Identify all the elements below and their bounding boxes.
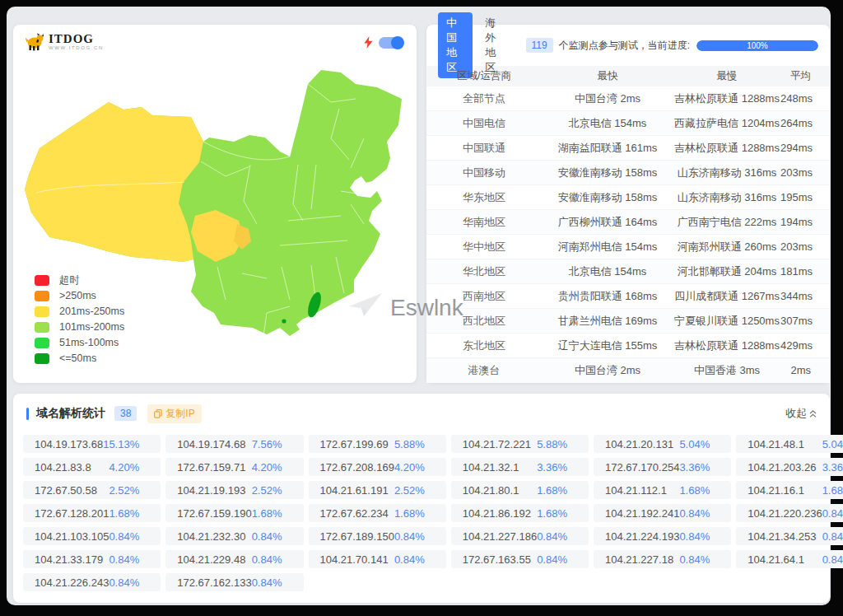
table-row[interactable]: 华北地区 北京电信 154ms 河北邯郸联通 204ms 181ms [426, 259, 830, 284]
table-row[interactable]: 全部节点 中国台湾 2ms 吉林松原联通 1288ms 248ms [426, 86, 830, 111]
ip-percentage: 0.84% [822, 553, 843, 566]
table-row[interactable]: 西北地区 甘肃兰州电信 169ms 宁夏银川联通 1250ms 307ms [426, 309, 830, 334]
cell-slowest: 广西南宁电信 222ms [673, 210, 780, 234]
ip-address: 104.21.16.1 [748, 484, 804, 497]
ip-entry[interactable]: 172.67.128.201 1.68% [23, 504, 161, 522]
ip-entry[interactable]: 172.67.208.169 4.20% [309, 458, 446, 476]
ip-entry[interactable]: 104.21.226.243 0.84% [23, 573, 161, 591]
cell-fastest: 北京电信 154ms [542, 111, 673, 135]
table-row[interactable]: 中国移动 安徽淮南移动 158ms 山东济南移动 316ms 203ms [426, 161, 830, 185]
ip-entry[interactable]: 172.67.159.190 1.68% [165, 504, 303, 522]
ip-entry[interactable]: 104.21.80.1 1.68% [451, 481, 589, 499]
ip-entry[interactable]: 104.21.33.179 0.84% [23, 550, 161, 568]
ip-entry[interactable]: 104.21.227.186 0.84% [451, 527, 589, 545]
ip-percentage: 2.52% [394, 484, 425, 497]
ip-percentage: 0.84% [252, 576, 282, 589]
table-row[interactable]: 华中地区 河南郑州电信 154ms 河南郑州联通 260ms 203ms [426, 235, 830, 259]
ip-entry[interactable]: 104.21.227.18 0.84% [594, 550, 731, 568]
ip-entry[interactable]: 104.21.16.1 1.68% [736, 481, 843, 499]
table-row[interactable]: 东北地区 辽宁大连电信 155ms 吉林松原联通 1288ms 429ms [426, 334, 830, 358]
cell-fastest: 安徽淮南移动 158ms [542, 185, 673, 209]
ip-percentage: 7.56% [252, 438, 282, 450]
ip-address: 172.67.189.150 [320, 530, 394, 543]
cell-average: 307ms [780, 309, 830, 333]
ip-entry[interactable]: 104.21.83.8 4.20% [23, 458, 161, 476]
cell-fastest: 中国台湾 2ms [542, 86, 673, 110]
table-row[interactable]: 中国电信 北京电信 154ms 西藏拉萨电信 1204ms 264ms [426, 111, 830, 136]
ip-address: 104.21.48.1 [748, 438, 804, 450]
ip-entry[interactable]: 104.21.64.1 0.84% [736, 550, 843, 568]
ip-entry[interactable]: 104.19.174.68 7.56% [165, 435, 303, 453]
legend-item: 101ms-200ms [35, 321, 124, 333]
itdog-dog-icon [25, 33, 44, 51]
legend-swatch [35, 322, 49, 333]
logo-subtitle: WWW.ITDOG.CN [49, 45, 104, 51]
ip-entry[interactable]: 104.21.34.253 0.84% [736, 527, 843, 545]
collapse-button[interactable]: 收起 [785, 406, 817, 421]
table-row[interactable]: 港澳台 中国台湾 2ms 中国香港 3ms 2ms [426, 358, 830, 383]
col-header-slowest: 最慢 [673, 66, 780, 86]
cell-region: 港澳台 [426, 358, 542, 383]
cell-slowest: 吉林松原联通 1288ms [673, 334, 780, 357]
ip-address: 172.67.159.71 [177, 461, 245, 474]
ip-entry[interactable]: 172.67.199.69 5.88% [309, 435, 446, 453]
copy-ip-button[interactable]: 复制IP [147, 404, 201, 423]
table-row[interactable]: 中国联通 湖南益阳联通 161ms 吉林松原联通 1288ms 294ms [426, 136, 830, 161]
ip-entry[interactable]: 104.21.112.1 1.68% [594, 481, 731, 499]
cell-region: 全部节点 [426, 86, 542, 110]
ip-entry[interactable]: 104.21.70.141 0.84% [309, 550, 446, 568]
ip-address: 104.21.86.192 [463, 507, 531, 520]
ip-entry[interactable]: 172.67.159.71 4.20% [165, 458, 303, 476]
ip-percentage: 4.20% [109, 461, 139, 474]
cell-fastest: 贵州贵阳联通 168ms [542, 284, 673, 308]
ip-entry[interactable]: 104.21.203.26 3.36% [736, 458, 843, 476]
table-row[interactable]: 华东地区 安徽淮南移动 158ms 山东济南移动 316ms 195ms [426, 185, 830, 210]
cell-fastest: 甘肃兰州电信 169ms [542, 309, 673, 333]
ip-entry[interactable]: 172.67.163.55 0.84% [451, 550, 589, 568]
ip-percentage: 0.84% [679, 507, 710, 520]
ip-percentage: 1.68% [394, 507, 425, 520]
ip-entry[interactable]: 104.21.232.30 0.84% [165, 527, 303, 545]
ip-address: 104.21.70.141 [320, 553, 389, 566]
ip-entry[interactable]: 104.21.103.105 0.84% [23, 527, 161, 545]
ip-entry[interactable]: 172.67.170.254 3.36% [594, 458, 731, 476]
legend-label: 超时 [59, 273, 80, 287]
ip-address: 104.21.32.1 [463, 461, 519, 474]
ip-statistics-grid: 104.19.173.68 15.13% 104.19.174.68 7.56%… [13, 433, 830, 591]
ip-entry[interactable]: 104.21.72.221 5.88% [451, 435, 589, 453]
cell-fastest: 中国台湾 2ms [542, 358, 673, 383]
ip-address: 172.67.128.201 [35, 507, 109, 520]
progress-fill: 100% [696, 40, 818, 51]
speed-mode-toggle[interactable] [379, 37, 403, 49]
ip-entry[interactable]: 104.21.32.1 3.36% [451, 458, 589, 476]
ip-percentage: 1.68% [537, 484, 567, 497]
legend-swatch [35, 353, 49, 364]
ip-entry[interactable]: 104.21.61.191 2.52% [309, 481, 446, 499]
ip-percentage: 2.52% [109, 484, 139, 497]
ip-entry[interactable]: 104.21.20.131 5.04% [594, 435, 731, 453]
ip-entry[interactable]: 104.21.86.192 1.68% [451, 504, 589, 522]
ip-entry[interactable]: 104.21.229.48 0.84% [165, 550, 303, 568]
ip-address: 172.67.170.254 [605, 461, 679, 474]
ip-entry[interactable]: 104.21.48.1 5.04% [736, 435, 843, 453]
ip-entry[interactable]: 104.21.192.241 0.84% [594, 504, 731, 522]
cell-region: 华东地区 [426, 185, 542, 209]
table-row[interactable]: 西南地区 贵州贵阳联通 168ms 四川成都联通 1267ms 344ms [426, 284, 830, 309]
ip-entry[interactable]: 104.21.224.193 0.84% [594, 527, 731, 545]
ip-entry[interactable]: 104.21.19.193 2.52% [165, 481, 303, 499]
ip-percentage: 0.84% [822, 507, 843, 520]
ip-entry[interactable]: 172.67.189.150 0.84% [309, 527, 446, 545]
results-table-body: 全部节点 中国台湾 2ms 吉林松原联通 1288ms 248ms 中国电信 北… [426, 86, 830, 383]
ip-address: 104.21.61.191 [320, 484, 389, 497]
ip-entry[interactable]: 104.21.220.236 0.84% [736, 504, 843, 522]
ip-entry[interactable]: 172.67.162.133 0.84% [165, 573, 303, 591]
legend-item: 201ms-250ms [35, 306, 124, 317]
ip-entry[interactable]: 172.67.62.234 1.68% [309, 504, 446, 522]
table-row[interactable]: 华南地区 广西柳州联通 164ms 广西南宁电信 222ms 194ms [426, 210, 830, 235]
ip-address: 104.21.227.18 [605, 553, 673, 566]
ip-entry[interactable]: 172.67.50.58 2.52% [23, 481, 161, 499]
cell-slowest: 山东济南移动 316ms [673, 161, 780, 184]
legend-label: >250ms [59, 290, 96, 301]
ip-entry[interactable]: 104.19.173.68 15.13% [23, 435, 161, 453]
ip-address: 104.21.232.30 [177, 530, 245, 543]
